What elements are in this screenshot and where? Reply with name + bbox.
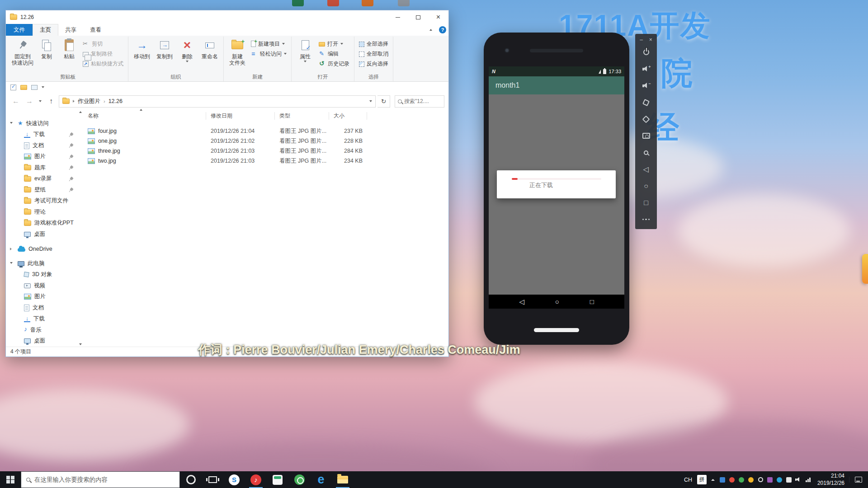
edge-widget[interactable] xyxy=(862,254,868,284)
sidebar-item-this-pc[interactable]: 此电脑 xyxy=(6,258,77,269)
sidebar-item-pc-documents[interactable]: 文档 xyxy=(6,302,77,314)
rotate-right-button[interactable] xyxy=(638,111,654,127)
ime-indicator[interactable]: 拼 xyxy=(697,475,707,484)
cut-button[interactable]: 剪切 xyxy=(80,39,126,49)
tray-icon[interactable] xyxy=(775,477,784,483)
new-folder-button[interactable]: 新建 文件夹 xyxy=(226,37,249,66)
invert-selection-button[interactable]: 反向选择 xyxy=(357,59,391,69)
toolbar-back-button[interactable]: ◁ xyxy=(638,161,654,178)
android-overview-button[interactable]: □ xyxy=(590,298,594,305)
taskbar-app-listary[interactable] xyxy=(180,471,202,488)
task-view-button[interactable] xyxy=(202,471,223,488)
tray-icon[interactable] xyxy=(746,477,756,483)
screenshot-button[interactable] xyxy=(638,127,654,144)
forward-button[interactable]: → xyxy=(24,95,35,107)
taskbar-app-file-explorer[interactable] xyxy=(332,471,354,488)
taskbar-search-input[interactable]: 在这里输入你要搜索的内容 xyxy=(21,471,180,488)
rotate-left-button[interactable] xyxy=(638,94,654,111)
emulator-minimize-button[interactable]: – xyxy=(640,37,643,43)
table-row[interactable]: four.jpg 2019/12/26 21:04 看图王 JPG 图片... … xyxy=(83,126,448,136)
minimize-button[interactable] xyxy=(387,10,408,24)
table-row[interactable]: one.jpg 2019/12/26 21:02 看图王 JPG 图片... 2… xyxy=(83,136,448,146)
back-button[interactable]: ← xyxy=(10,95,22,107)
delete-button[interactable]: 删除 xyxy=(176,37,198,62)
title-bar[interactable]: 12.26 × xyxy=(6,10,448,24)
properties-button[interactable]: 属性 xyxy=(294,37,316,62)
sidebar-item-downloads[interactable]: 下载 xyxy=(6,129,77,141)
volume-button[interactable] xyxy=(794,477,803,482)
volume-down-button[interactable]: − xyxy=(638,77,654,94)
power-button[interactable] xyxy=(638,44,654,61)
language-indicator[interactable]: CH xyxy=(681,477,695,483)
sidebar-scrollbar[interactable] xyxy=(77,110,83,347)
paste-button[interactable]: 粘贴 xyxy=(58,37,80,60)
maximize-button[interactable] xyxy=(408,10,428,24)
tray-icon[interactable] xyxy=(737,477,746,483)
minimize-ribbon-button[interactable] xyxy=(425,24,437,36)
sidebar-item-documents[interactable]: 文档 xyxy=(6,140,77,151)
qat-customize-button[interactable] xyxy=(42,86,44,88)
history-button[interactable]: 历史记录 xyxy=(316,59,352,69)
column-header-size[interactable]: 大小 xyxy=(329,112,367,120)
volume-up-button[interactable]: + xyxy=(638,61,654,77)
tab-home[interactable]: 主页 xyxy=(33,24,58,36)
qat-window-button[interactable] xyxy=(31,85,38,90)
copy-to-button[interactable]: 复制到 xyxy=(153,37,176,60)
sidebar-item-music[interactable]: 音乐 xyxy=(6,324,77,336)
qat-new-folder-button[interactable] xyxy=(20,85,27,90)
desktop-icon[interactable] xyxy=(292,0,304,6)
chevron-right-icon[interactable] xyxy=(10,248,12,250)
sidebar-item-pc-downloads[interactable]: 下载 xyxy=(6,314,77,325)
tab-view[interactable]: 查看 xyxy=(83,24,108,36)
copy-path-button[interactable]: 复制路径 xyxy=(80,49,126,59)
table-row[interactable]: three.jpg 2019/12/26 21:03 看图王 JPG 图片...… xyxy=(83,146,448,156)
sidebar-item-lilun[interactable]: 理论 xyxy=(6,206,77,218)
new-item-button[interactable]: 新建项目 xyxy=(249,39,289,49)
network-button[interactable] xyxy=(803,478,813,482)
sidebar-item-pictures[interactable]: 图片 xyxy=(6,151,77,163)
address-dropdown-button[interactable] xyxy=(369,100,372,102)
column-header-name[interactable]: 名称 xyxy=(83,112,206,120)
taskbar-app-netease-music[interactable]: ♪ xyxy=(245,471,267,488)
edit-button[interactable]: 编辑 xyxy=(316,49,352,59)
sidebar-item-desktop[interactable]: 桌面 xyxy=(6,229,77,240)
more-button[interactable] xyxy=(638,211,654,228)
sidebar-item-evluping[interactable]: ev录屏 xyxy=(6,174,77,185)
sidebar-item-bizhi[interactable]: 壁纸 xyxy=(6,184,77,196)
scroll-down-icon[interactable] xyxy=(79,343,82,345)
table-row[interactable]: two.jpg 2019/12/26 21:03 看图王 JPG 图片... 2… xyxy=(83,156,448,166)
sidebar-item-pc-pictures[interactable]: 图片 xyxy=(6,291,77,303)
move-to-button[interactable]: 移动到 xyxy=(131,37,153,60)
chevron-down-icon[interactable] xyxy=(10,262,13,264)
action-center-button[interactable] xyxy=(849,477,867,483)
taskbar-app-green[interactable] xyxy=(288,471,310,488)
tray-expand-button[interactable] xyxy=(708,479,718,481)
taskbar-app-edge[interactable]: e xyxy=(310,471,332,488)
column-header-date[interactable]: 修改日期 xyxy=(206,112,275,120)
desktop-icon[interactable] xyxy=(362,0,373,6)
toolbar-home-button[interactable]: ○ xyxy=(638,178,654,194)
tray-icon[interactable] xyxy=(756,477,765,482)
desktop-icon[interactable] xyxy=(327,0,339,6)
desktop-icon[interactable] xyxy=(398,0,410,6)
copy-button[interactable]: 复制 xyxy=(35,37,58,60)
zoom-button[interactable] xyxy=(638,144,654,161)
recent-locations-button[interactable] xyxy=(37,95,43,107)
select-none-button[interactable]: 全部取消 xyxy=(357,49,391,59)
breadcrumb-parent[interactable]: 作业图片 xyxy=(78,98,100,105)
toolbar-overview-button[interactable]: □ xyxy=(638,194,654,211)
search-input[interactable]: 搜索"12.... xyxy=(395,95,444,108)
easy-access-button[interactable]: 轻松访问 xyxy=(249,49,289,59)
address-field[interactable]: 作业图片 › 12.26 xyxy=(59,95,376,108)
sidebar-item-pc-desktop[interactable]: 桌面 xyxy=(6,336,77,347)
column-header-type[interactable]: 类型 xyxy=(275,112,329,120)
tab-share[interactable]: 共享 xyxy=(58,24,83,36)
open-button[interactable]: 打开 xyxy=(316,39,352,49)
refresh-button[interactable]: ↻ xyxy=(377,95,390,108)
tray-icon[interactable] xyxy=(727,477,737,483)
taskbar-app-window[interactable] xyxy=(267,471,288,488)
breadcrumb-current[interactable]: 12.26 xyxy=(108,98,123,104)
help-button[interactable]: ? xyxy=(437,24,448,36)
close-button[interactable]: × xyxy=(428,10,448,24)
chevron-down-icon[interactable] xyxy=(10,122,13,124)
